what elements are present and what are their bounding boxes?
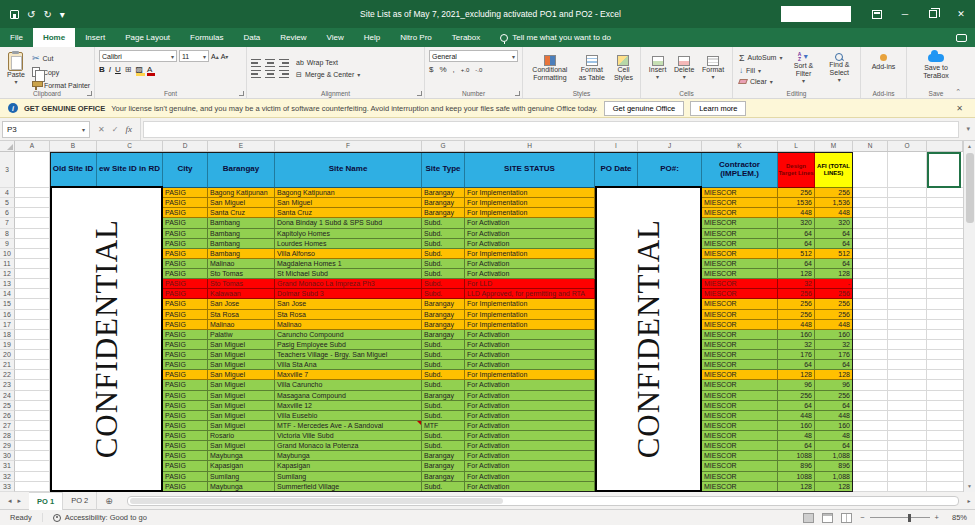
underline-button[interactable]: U [115,65,121,74]
cell-city[interactable]: PASIG [163,208,208,218]
column-header-j[interactable]: J [638,141,702,151]
row-number[interactable]: 23 [0,380,15,390]
cell-afi[interactable]: 256 [815,289,853,299]
cell-site-name[interactable]: Caruncho Compound [275,330,422,340]
cell-afi[interactable]: 64 [815,360,853,370]
name-box[interactable]: P3 ▾ [2,121,90,138]
close-button[interactable]: ✕ [947,0,975,28]
sheet-tab-po-2[interactable]: PO 2 [63,492,97,510]
cell-site-name[interactable]: Grand Monaco la Potenza [275,441,422,451]
cell-site-type[interactable]: MTF [422,421,465,431]
horizontal-scroll-thumb[interactable] [130,498,504,504]
cell-city[interactable]: PASIG [163,229,208,239]
cell-afi[interactable]: 256 [815,299,853,309]
cell-barangay[interactable]: Sumilang [208,472,275,482]
cell-design-target[interactable]: 32 [778,340,815,350]
cell-design-target[interactable]: 160 [778,421,815,431]
addins-button[interactable]: Add-ins [869,50,899,71]
cell-barangay[interactable]: San Miguel [208,370,275,380]
row-number[interactable]: 19 [0,340,15,350]
zoom-level[interactable]: 85% [947,513,967,522]
row-number[interactable]: 31 [0,461,15,471]
cell-barangay[interactable]: Bambang [208,218,275,228]
cell-contractor[interactable]: MIESCOR [702,482,778,492]
cell-site-name[interactable]: MTF - Mercedes Ave - A Sandoval [275,421,422,431]
column-header-c[interactable]: C [97,141,163,151]
cell-design-target[interactable]: 64 [778,401,815,411]
find-select-button[interactable]: Find & Select▾ [823,50,856,87]
cell-design-target[interactable]: 64 [778,239,815,249]
number-dialog-launcher[interactable] [515,91,520,96]
fill-button[interactable]: ↓Fill▾ [737,65,784,76]
cell-design-target[interactable]: 896 [778,461,815,471]
cell-barangay[interactable]: Malinao [208,259,275,269]
align-center-button[interactable] [265,70,275,78]
cell-site-status[interactable]: For Activation [465,269,595,279]
cell-design-target[interactable]: 64 [778,360,815,370]
cell-site-type[interactable]: Subd. [422,259,465,269]
cell-contractor[interactable]: MIESCOR [702,249,778,259]
cell-afi[interactable]: 256 [815,310,853,320]
name-box-caret[interactable]: ▾ [82,126,85,133]
cell-city[interactable]: PASIG [163,249,208,259]
cell-design-target[interactable]: 448 [778,411,815,421]
cell-contractor[interactable]: MIESCOR [702,330,778,340]
cell-afi[interactable]: 48 [815,431,853,441]
cell-city[interactable]: PASIG [163,259,208,269]
cell-site-name[interactable]: Malinao [275,320,422,330]
paste-button[interactable]: Paste ▾ [4,50,28,87]
cell-site-name[interactable]: Teachers Village - Brgy. San Miguel [275,350,422,360]
cell-site-status[interactable]: For Implementation [465,188,595,198]
cell-site-name[interactable]: Sumilang [275,472,422,482]
cell-site-name[interactable]: Maxville 7 [275,370,422,380]
cell-site-type[interactable]: Barangay [422,299,465,309]
column-header-i[interactable]: I [595,141,638,151]
tell-me-box[interactable]: Tell me what you want to do [490,28,621,47]
cell-city[interactable]: PASIG [163,279,208,289]
cell-barangay[interactable]: San Jose [208,299,275,309]
cell-contractor[interactable]: MIESCOR [702,320,778,330]
row-number[interactable]: 9 [0,239,15,249]
cell-site-status[interactable]: For Activation [465,229,595,239]
borders-button[interactable]: ⊞ [125,65,132,74]
cell-contractor[interactable]: MIESCOR [702,461,778,471]
cell-site-status[interactable]: For Activation [465,239,595,249]
comma-style-button[interactable]: , [453,65,455,74]
cell-contractor[interactable]: MIESCOR [702,391,778,401]
cell-site-name[interactable]: Villa Alfonso [275,249,422,259]
cell-design-target[interactable]: 448 [778,320,815,330]
cell-site-type[interactable]: Subd. [422,340,465,350]
horizontal-scrollbar[interactable] [127,496,959,506]
cell-site-type[interactable]: Subd. [422,218,465,228]
cell-design-target[interactable]: 64 [778,441,815,451]
cell-site-status[interactable]: For Activation [465,482,595,492]
cell-afi[interactable]: 128 [815,370,853,380]
column-header-f[interactable]: F [275,141,422,151]
cell-site-name[interactable]: Lourdes Homes [275,239,422,249]
cell-city[interactable]: PASIG [163,269,208,279]
zoom-out-icon[interactable]: − [860,513,864,522]
cell-site-status[interactable]: For Activation [465,360,595,370]
cell-afi[interactable]: 32 [815,340,853,350]
row-number[interactable]: 17 [0,320,15,330]
align-left-button[interactable] [251,70,261,78]
cell-city[interactable]: PASIG [163,299,208,309]
cell-site-status[interactable]: For Activation [465,461,595,471]
cell-city[interactable]: PASIG [163,451,208,461]
cell-design-target[interactable]: 256 [778,188,815,198]
cell-site-name[interactable]: Grand Monaco La Impreza Ph3 [275,279,422,289]
select-all-corner[interactable] [0,141,15,151]
header-design-target[interactable]: Design Target Lines [778,152,815,188]
cell-site-status[interactable]: For Activation [465,330,595,340]
comment-bubble-icon[interactable] [956,34,967,42]
zoom-in-icon[interactable]: + [935,513,939,522]
number-format-select[interactable]: General▾ [429,50,518,62]
cell-site-type[interactable]: Subd. [422,279,465,289]
sort-filter-button[interactable]: AZ▼ Sort & Filter▾ [788,50,818,87]
cell-barangay[interactable]: Bambang [208,239,275,249]
cell-site-type[interactable]: Subd. [422,431,465,441]
autosum-button[interactable]: ΣAutoSum▾ [737,52,784,64]
row-number[interactable]: 33 [0,482,15,492]
cell-barangay[interactable]: Maybunga [208,451,275,461]
insert-cells-button[interactable]: Insert▾ [646,50,670,87]
